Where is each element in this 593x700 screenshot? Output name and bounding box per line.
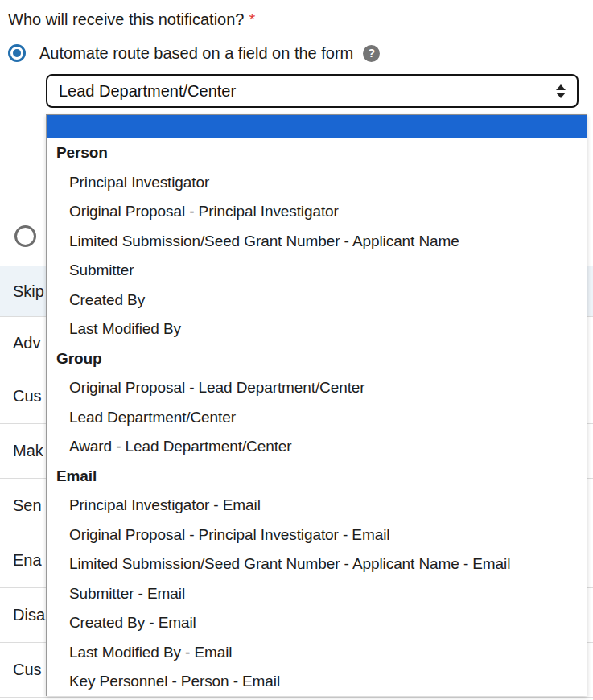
dropdown-option[interactable]: Limited Submission/Seed Grant Number - A… [47,227,587,257]
dropdown-group-label: Email [47,462,587,492]
required-asterisk: * [249,10,255,28]
question-title: Who will receive this notification?* [8,10,255,29]
dropdown-option[interactable]: Limited Submission/Seed Grant Number - A… [47,550,587,579]
row-divider [0,697,593,698]
dropdown-option[interactable]: Last Modified By [47,315,587,344]
dropdown-group-label: Group [47,344,587,374]
radio-selected-icon[interactable] [8,44,26,62]
dropdown-option[interactable]: Submitter - Email [47,579,587,609]
dropdown-option[interactable]: Original Proposal - Principal Investigat… [47,521,587,550]
dropdown-option[interactable]: Original Proposal - Principal Investigat… [47,197,587,227]
dropdown-option[interactable]: Created By - Email [47,608,587,638]
dropdown-option[interactable]: Award - Lead Department/Center [47,432,587,462]
dropdown-option[interactable]: Lead Department/Center [47,403,587,433]
route-field-select[interactable]: Lead Department/Center [46,74,579,108]
question-label: Who will receive this notification? [8,10,244,28]
dropdown-option[interactable]: Last Modified By - Email [47,638,587,668]
radio-option-label: Automate route based on a field on the f… [39,44,353,63]
dropdown-option[interactable]: Submitter [47,256,587,286]
dropdown-option[interactable]: Created By [47,286,587,315]
triangle-down-icon [556,93,566,98]
dropdown-option[interactable]: Key Personnel - Person - Email [47,667,587,696]
select-value: Lead Department/Center [59,82,556,101]
radio-dot [13,49,21,57]
notification-routing-form: Who will receive this notification?* Aut… [0,0,593,700]
help-icon[interactable]: ? [363,45,380,62]
select-dropdown-list: PersonPrincipal InvestigatorOriginal Pro… [46,114,587,696]
radio-unselected-icon[interactable] [14,225,36,247]
dropdown-option[interactable]: Original Proposal - Lead Department/Cent… [47,373,587,403]
dropdown-groups: PersonPrincipal InvestigatorOriginal Pro… [47,138,587,696]
triangle-up-icon [556,84,566,90]
dropdown-option[interactable]: Principal Investigator - Email [47,491,587,521]
radio-option-automate-route[interactable]: Automate route based on a field on the f… [8,43,380,64]
dropdown-group-label: Person [47,138,587,168]
dropdown-option[interactable]: Principal Investigator [47,168,587,198]
dropdown-option-blank-selected[interactable] [47,115,587,138]
select-updown-icon [556,84,566,98]
